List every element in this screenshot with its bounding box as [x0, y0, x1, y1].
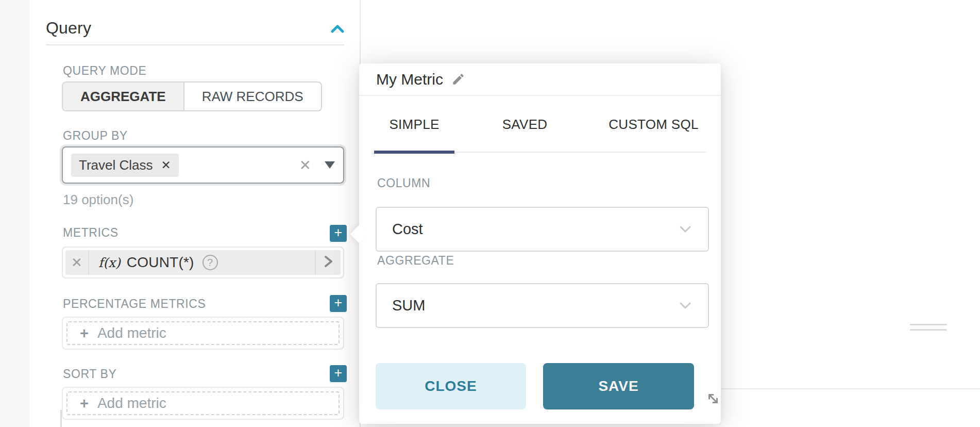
chevron-right-icon: [322, 254, 335, 271]
group-by-select[interactable]: Travel Class ✕ ✕: [62, 146, 344, 184]
percentage-metrics-label: PERCENTAGE METRICS: [63, 297, 206, 311]
aggregate-select-value: SUM: [392, 297, 678, 314]
sort-by-dropzone[interactable]: + Add metric: [62, 387, 344, 420]
plus-icon: +: [80, 395, 89, 412]
sort-by-label: SORT BY: [63, 367, 116, 381]
metric-expand-control[interactable]: [315, 250, 341, 275]
metrics-dropzone: ✕ f(x) COUNT(*) ?: [62, 247, 344, 278]
collapse-query-button[interactable]: [329, 22, 346, 37]
tab-simple[interactable]: SIMPLE: [374, 117, 454, 133]
metric-pill[interactable]: ✕ f(x) COUNT(*) ?: [65, 250, 341, 275]
query-mode-aggregate-button[interactable]: AGGREGATE: [63, 83, 184, 110]
popover-arrow: [350, 225, 369, 244]
caret-down-icon[interactable]: [325, 161, 335, 169]
column-select-value: Cost: [392, 221, 678, 238]
query-mode-label: QUERY MODE: [63, 64, 146, 78]
expand-resize-icon[interactable]: [705, 390, 721, 407]
add-metric-button[interactable]: +: [330, 225, 347, 242]
save-button[interactable]: SAVE: [543, 363, 694, 409]
query-mode-toggle: AGGREGATE RAW RECORDS: [62, 81, 322, 111]
tab-custom-sql[interactable]: CUSTOM SQL: [595, 117, 712, 133]
add-metric-placeholder: Add metric: [97, 325, 166, 341]
percentage-metrics-dropzone[interactable]: + Add metric: [62, 317, 344, 350]
chevron-down-icon: [678, 225, 692, 234]
query-section-title: Query: [46, 19, 91, 38]
query-mode-raw-records-button[interactable]: RAW RECORDS: [184, 83, 321, 110]
active-tab-ink-bar: [374, 151, 454, 154]
tab-saved[interactable]: SAVED: [487, 117, 562, 133]
edit-pencil-icon[interactable]: [451, 72, 465, 86]
add-sort-by-button[interactable]: +: [330, 365, 347, 382]
popover-header: My Metric: [359, 63, 721, 96]
left-gutter: [0, 0, 29, 427]
resize-drag-handle[interactable]: [910, 324, 947, 331]
aggregate-label: AGGREGATE: [377, 254, 454, 268]
add-metric-placeholder: Add metric: [97, 395, 166, 412]
query-section-divider: [46, 44, 344, 45]
add-percentage-metric-button[interactable]: +: [330, 295, 347, 312]
column-select[interactable]: Cost: [376, 207, 709, 252]
remove-tag-icon[interactable]: ✕: [161, 158, 171, 172]
popover-title: My Metric: [376, 71, 443, 88]
metric-edit-popover: My Metric SIMPLE SAVED CUSTOM SQL COLUMN…: [359, 63, 721, 424]
close-button[interactable]: CLOSE: [376, 363, 526, 409]
group-by-options-count: 19 option(s): [63, 192, 133, 208]
chevron-up-icon: [329, 30, 346, 39]
chevron-down-icon: [678, 301, 692, 310]
remove-metric-icon[interactable]: ✕: [65, 250, 89, 275]
help-icon: ?: [202, 255, 218, 270]
metric-name: COUNT(*): [127, 254, 194, 271]
group-by-tag-label: Travel Class: [79, 157, 153, 173]
superset-explore: Query QUERY MODE AGGREGATE RAW RECORDS G…: [0, 0, 980, 427]
column-label: COLUMN: [377, 176, 430, 190]
plus-icon: +: [80, 325, 89, 342]
clear-select-icon[interactable]: ✕: [299, 157, 311, 174]
metrics-label: METRICS: [63, 226, 119, 240]
group-by-label: GROUP BY: [63, 129, 128, 143]
function-icon: f(x): [98, 255, 121, 270]
aggregate-select[interactable]: SUM: [376, 283, 709, 328]
popover-tabs: SIMPLE SAVED CUSTOM SQL: [374, 117, 712, 133]
group-by-tag: Travel Class ✕: [71, 154, 179, 177]
